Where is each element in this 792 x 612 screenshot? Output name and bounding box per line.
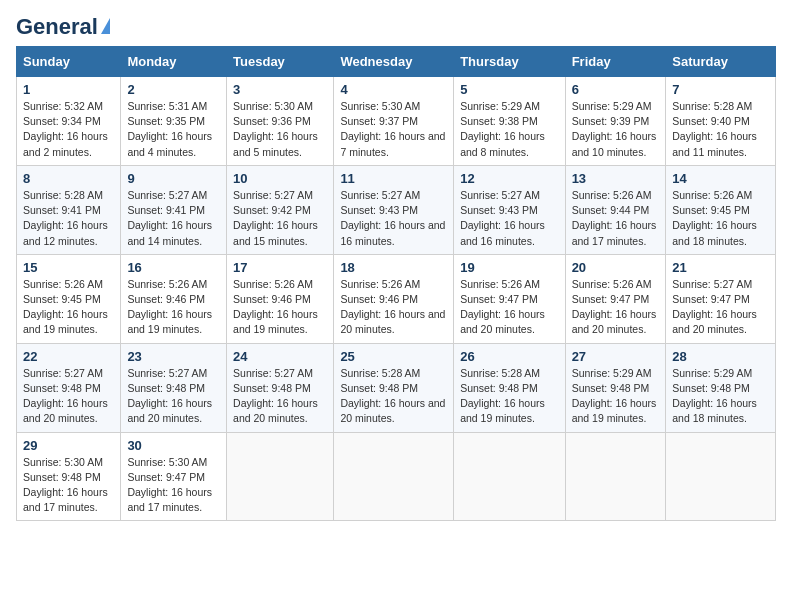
day-number: 4 [340, 82, 447, 97]
day-info: Sunrise: 5:27 AMSunset: 9:43 PMDaylight:… [460, 188, 558, 249]
calendar-cell: 5Sunrise: 5:29 AMSunset: 9:38 PMDaylight… [454, 77, 565, 166]
day-info: Sunrise: 5:28 AMSunset: 9:48 PMDaylight:… [460, 366, 558, 427]
day-info: Sunrise: 5:30 AMSunset: 9:47 PMDaylight:… [127, 455, 220, 516]
day-info: Sunrise: 5:27 AMSunset: 9:42 PMDaylight:… [233, 188, 327, 249]
day-info: Sunrise: 5:26 AMSunset: 9:46 PMDaylight:… [340, 277, 447, 338]
day-number: 6 [572, 82, 660, 97]
day-number: 24 [233, 349, 327, 364]
day-header-monday: Monday [121, 47, 227, 77]
calendar-week: 8Sunrise: 5:28 AMSunset: 9:41 PMDaylight… [17, 165, 776, 254]
day-info: Sunrise: 5:26 AMSunset: 9:46 PMDaylight:… [233, 277, 327, 338]
day-header-saturday: Saturday [666, 47, 776, 77]
calendar-cell: 11Sunrise: 5:27 AMSunset: 9:43 PMDayligh… [334, 165, 454, 254]
calendar-cell: 24Sunrise: 5:27 AMSunset: 9:48 PMDayligh… [227, 343, 334, 432]
calendar-cell: 13Sunrise: 5:26 AMSunset: 9:44 PMDayligh… [565, 165, 666, 254]
calendar-cell: 6Sunrise: 5:29 AMSunset: 9:39 PMDaylight… [565, 77, 666, 166]
calendar-cell: 7Sunrise: 5:28 AMSunset: 9:40 PMDaylight… [666, 77, 776, 166]
day-number: 15 [23, 260, 114, 275]
day-number: 7 [672, 82, 769, 97]
day-info: Sunrise: 5:27 AMSunset: 9:41 PMDaylight:… [127, 188, 220, 249]
calendar-cell: 16Sunrise: 5:26 AMSunset: 9:46 PMDayligh… [121, 254, 227, 343]
calendar-cell [666, 432, 776, 521]
day-info: Sunrise: 5:30 AMSunset: 9:48 PMDaylight:… [23, 455, 114, 516]
day-number: 29 [23, 438, 114, 453]
day-number: 28 [672, 349, 769, 364]
day-number: 10 [233, 171, 327, 186]
day-number: 17 [233, 260, 327, 275]
calendar-cell: 4Sunrise: 5:30 AMSunset: 9:37 PMDaylight… [334, 77, 454, 166]
logo-icon [101, 18, 110, 34]
day-number: 3 [233, 82, 327, 97]
logo: General [16, 16, 110, 34]
day-number: 9 [127, 171, 220, 186]
calendar-week: 1Sunrise: 5:32 AMSunset: 9:34 PMDaylight… [17, 77, 776, 166]
calendar-cell: 28Sunrise: 5:29 AMSunset: 9:48 PMDayligh… [666, 343, 776, 432]
day-number: 5 [460, 82, 558, 97]
day-number: 25 [340, 349, 447, 364]
day-info: Sunrise: 5:26 AMSunset: 9:45 PMDaylight:… [672, 188, 769, 249]
calendar-cell [454, 432, 565, 521]
day-info: Sunrise: 5:27 AMSunset: 9:48 PMDaylight:… [127, 366, 220, 427]
day-number: 30 [127, 438, 220, 453]
day-number: 13 [572, 171, 660, 186]
calendar-week: 15Sunrise: 5:26 AMSunset: 9:45 PMDayligh… [17, 254, 776, 343]
day-header-thursday: Thursday [454, 47, 565, 77]
calendar-cell: 26Sunrise: 5:28 AMSunset: 9:48 PMDayligh… [454, 343, 565, 432]
day-info: Sunrise: 5:27 AMSunset: 9:43 PMDaylight:… [340, 188, 447, 249]
calendar-cell: 9Sunrise: 5:27 AMSunset: 9:41 PMDaylight… [121, 165, 227, 254]
day-number: 20 [572, 260, 660, 275]
day-number: 1 [23, 82, 114, 97]
calendar-cell: 20Sunrise: 5:26 AMSunset: 9:47 PMDayligh… [565, 254, 666, 343]
day-info: Sunrise: 5:29 AMSunset: 9:48 PMDaylight:… [572, 366, 660, 427]
calendar-cell: 27Sunrise: 5:29 AMSunset: 9:48 PMDayligh… [565, 343, 666, 432]
day-number: 12 [460, 171, 558, 186]
day-number: 11 [340, 171, 447, 186]
day-number: 21 [672, 260, 769, 275]
calendar-cell: 22Sunrise: 5:27 AMSunset: 9:48 PMDayligh… [17, 343, 121, 432]
day-info: Sunrise: 5:28 AMSunset: 9:41 PMDaylight:… [23, 188, 114, 249]
calendar-cell: 14Sunrise: 5:26 AMSunset: 9:45 PMDayligh… [666, 165, 776, 254]
day-header-sunday: Sunday [17, 47, 121, 77]
calendar-cell [565, 432, 666, 521]
day-number: 22 [23, 349, 114, 364]
day-info: Sunrise: 5:26 AMSunset: 9:45 PMDaylight:… [23, 277, 114, 338]
calendar-cell [227, 432, 334, 521]
calendar-cell [334, 432, 454, 521]
day-number: 2 [127, 82, 220, 97]
calendar-cell: 29Sunrise: 5:30 AMSunset: 9:48 PMDayligh… [17, 432, 121, 521]
day-number: 26 [460, 349, 558, 364]
day-info: Sunrise: 5:27 AMSunset: 9:47 PMDaylight:… [672, 277, 769, 338]
calendar-cell: 1Sunrise: 5:32 AMSunset: 9:34 PMDaylight… [17, 77, 121, 166]
calendar-week: 22Sunrise: 5:27 AMSunset: 9:48 PMDayligh… [17, 343, 776, 432]
day-info: Sunrise: 5:26 AMSunset: 9:47 PMDaylight:… [460, 277, 558, 338]
day-info: Sunrise: 5:27 AMSunset: 9:48 PMDaylight:… [233, 366, 327, 427]
logo-general: General [16, 16, 98, 38]
day-info: Sunrise: 5:30 AMSunset: 9:36 PMDaylight:… [233, 99, 327, 160]
day-header-friday: Friday [565, 47, 666, 77]
calendar-cell: 25Sunrise: 5:28 AMSunset: 9:48 PMDayligh… [334, 343, 454, 432]
calendar-cell: 18Sunrise: 5:26 AMSunset: 9:46 PMDayligh… [334, 254, 454, 343]
calendar-cell: 3Sunrise: 5:30 AMSunset: 9:36 PMDaylight… [227, 77, 334, 166]
day-header-tuesday: Tuesday [227, 47, 334, 77]
calendar-cell: 10Sunrise: 5:27 AMSunset: 9:42 PMDayligh… [227, 165, 334, 254]
day-info: Sunrise: 5:27 AMSunset: 9:48 PMDaylight:… [23, 366, 114, 427]
day-info: Sunrise: 5:28 AMSunset: 9:48 PMDaylight:… [340, 366, 447, 427]
day-info: Sunrise: 5:26 AMSunset: 9:46 PMDaylight:… [127, 277, 220, 338]
day-number: 16 [127, 260, 220, 275]
calendar-cell: 8Sunrise: 5:28 AMSunset: 9:41 PMDaylight… [17, 165, 121, 254]
calendar-cell: 23Sunrise: 5:27 AMSunset: 9:48 PMDayligh… [121, 343, 227, 432]
day-number: 18 [340, 260, 447, 275]
calendar-cell: 19Sunrise: 5:26 AMSunset: 9:47 PMDayligh… [454, 254, 565, 343]
day-number: 23 [127, 349, 220, 364]
calendar-cell: 15Sunrise: 5:26 AMSunset: 9:45 PMDayligh… [17, 254, 121, 343]
calendar-cell: 12Sunrise: 5:27 AMSunset: 9:43 PMDayligh… [454, 165, 565, 254]
day-info: Sunrise: 5:28 AMSunset: 9:40 PMDaylight:… [672, 99, 769, 160]
day-info: Sunrise: 5:31 AMSunset: 9:35 PMDaylight:… [127, 99, 220, 160]
day-number: 8 [23, 171, 114, 186]
day-number: 27 [572, 349, 660, 364]
day-info: Sunrise: 5:29 AMSunset: 9:38 PMDaylight:… [460, 99, 558, 160]
page-header: General [16, 16, 776, 34]
day-number: 14 [672, 171, 769, 186]
day-info: Sunrise: 5:26 AMSunset: 9:44 PMDaylight:… [572, 188, 660, 249]
day-info: Sunrise: 5:32 AMSunset: 9:34 PMDaylight:… [23, 99, 114, 160]
